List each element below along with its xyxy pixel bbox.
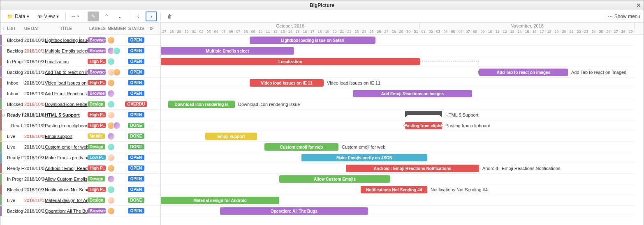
- gantt-row[interactable]: HTML 5 Support: [161, 110, 635, 120]
- status-badge[interactable]: OPEN: [128, 80, 144, 85]
- avatar[interactable]: [113, 47, 120, 55]
- status-badge[interactable]: OPEN: [128, 69, 144, 75]
- edit-button[interactable]: ✎: [88, 11, 99, 21]
- label-pill[interactable]: Mobile: [88, 133, 105, 139]
- label-pill[interactable]: High P…: [88, 187, 106, 192]
- label-pill[interactable]: Design: [88, 176, 105, 181]
- label-pill[interactable]: Browser: [88, 208, 106, 214]
- table-row[interactable]: Blocked2018/10/31Notifications Not Sendi…: [0, 184, 160, 195]
- cell-title[interactable]: Lightbox loading issue: [45, 38, 88, 43]
- show-menu-button[interactable]: ⋯ Show menu: [608, 14, 640, 19]
- cell-title[interactable]: Custom emoji for web: [45, 145, 88, 149]
- avatar[interactable]: [107, 207, 115, 215]
- avatar[interactable]: [107, 197, 115, 204]
- gantt-bar[interactable]: Add Tab to react on images: [479, 69, 568, 76]
- gantt-row[interactable]: Custom emoji for webCustom emoji for web: [161, 142, 635, 152]
- status-badge[interactable]: OVERDU: [125, 101, 148, 107]
- gantt-bar[interactable]: Material design for Android: [161, 197, 279, 204]
- gantt-bar[interactable]: Android : Emoji Reactions Notifications: [346, 165, 479, 172]
- cell-title[interactable]: Operation: All The Bug: [45, 209, 88, 214]
- gantt-row[interactable]: Localization: [161, 56, 635, 67]
- avatar[interactable]: [107, 37, 115, 44]
- table-row[interactable]: Backlog2018/10/12Multiple Emojis selectB…: [0, 46, 160, 56]
- cell-title[interactable]: Make Emojis pretty on: [45, 155, 88, 160]
- label-pill[interactable]: Browser: [88, 91, 106, 96]
- cell-title[interactable]: Add Emoji Reactions o: [45, 91, 88, 96]
- cell-title[interactable]: Material design for And: [45, 198, 88, 203]
- col-list-header[interactable]: LIST: [6, 26, 24, 31]
- label-pill[interactable]: High P…: [88, 59, 106, 64]
- gantt-row[interactable]: Make Emojis pretty on JSON: [161, 152, 635, 163]
- close-icon[interactable]: ✕: [636, 2, 641, 9]
- gantt-row[interactable]: Emoji support: [161, 131, 635, 142]
- cell-title[interactable]: Allow Custom Emojis: [45, 177, 88, 181]
- table-row[interactable]: Ready F2018/11/07Android : Emoji Reactio…: [0, 163, 160, 174]
- table-row[interactable]: Ready F2018/10/31Make Emojis pretty onLo…: [0, 152, 160, 163]
- label-pill[interactable]: Design: [88, 197, 105, 203]
- gear-icon[interactable]: ⚙: [146, 26, 156, 31]
- cell-title[interactable]: Download icon renderi: [45, 102, 88, 107]
- status-badge[interactable]: OPEN: [128, 59, 144, 64]
- avatar[interactable]: [107, 133, 115, 140]
- avatar[interactable]: [107, 90, 115, 97]
- collapse-panel-icon[interactable]: ‹: [0, 26, 6, 31]
- label-pill[interactable]: High P…: [88, 123, 106, 128]
- gantt-bar[interactable]: Custom emoji for web: [264, 143, 338, 151]
- table-row[interactable]: ⊟Ready f2018/11/02HTML 5 SupportHigh P…O…: [0, 110, 160, 120]
- table-row[interactable]: Backlog2018/10/22Operation: All The BugB…: [0, 206, 160, 216]
- gantt-bar[interactable]: Add Emoji Reactions on images: [353, 90, 472, 97]
- table-row[interactable]: Inbox2018/10/11Video load issues on IEHi…: [0, 78, 160, 88]
- avatar[interactable]: [107, 101, 115, 108]
- gantt-row[interactable]: Download icon rendering isDownload icon …: [161, 99, 635, 110]
- status-badge[interactable]: DONE: [128, 144, 145, 149]
- gantt-bar[interactable]: Operation: All The Bugs: [220, 207, 368, 215]
- table-row[interactable]: Blocked2018/10/25Lightbox loading issueB…: [0, 35, 160, 46]
- label-pill[interactable]: High P…: [88, 80, 106, 85]
- avatar[interactable]: [113, 69, 120, 76]
- gantt-bar[interactable]: Video load issues on IE 11: [250, 79, 324, 87]
- gantt-row[interactable]: Material design for Android: [161, 195, 635, 206]
- table-row[interactable]: Inbox2018/11/07Add Emoji Reactions oBrow…: [0, 88, 160, 99]
- cell-title[interactable]: Add Tab to react on im: [45, 70, 88, 75]
- avatar[interactable]: [107, 175, 115, 183]
- table-row[interactable]: Blocked2018/10/04Download icon renderiDe…: [0, 99, 160, 110]
- gantt-bar[interactable]: Multiple Emojis select: [161, 47, 294, 55]
- table-row[interactable]: Read2018/11/02Pasting from clipboardHigh…: [0, 120, 160, 131]
- gantt-bar[interactable]: Emoji support: [205, 133, 257, 140]
- gantt-row[interactable]: Allow Custom Emojis: [161, 174, 635, 184]
- expand-down-button[interactable]: ⌄: [114, 11, 125, 21]
- status-badge[interactable]: OPEN: [128, 48, 144, 53]
- data-menu-button[interactable]: 📁 Data ▾: [4, 11, 32, 21]
- avatar[interactable]: [107, 186, 115, 193]
- label-pill[interactable]: Design: [88, 101, 105, 107]
- gantt-row[interactable]: Operation: All The Bugs: [161, 206, 635, 216]
- milestone-bar[interactable]: [405, 111, 442, 115]
- label-pill[interactable]: Browser: [88, 48, 106, 53]
- gantt-bar[interactable]: Download icon rendering is: [168, 101, 235, 108]
- gantt-row[interactable]: Pasting from clipboPasting from clipboar…: [161, 120, 635, 131]
- gantt-row[interactable]: Video load issues on IE 11Video load iss…: [161, 78, 635, 88]
- avatar[interactable]: [113, 122, 120, 129]
- gantt-bar[interactable]: Pasting from clipbo: [405, 122, 442, 129]
- delete-button[interactable]: 🗑: [164, 11, 176, 21]
- gantt-chart[interactable]: October, 2018November, 2018 272829300102…: [161, 23, 644, 225]
- label-pill[interactable]: Browser: [88, 37, 106, 43]
- avatar[interactable]: [107, 111, 115, 119]
- table-row[interactable]: Live2018/10/08Emoji supportMobileDONE⋯: [0, 131, 160, 142]
- collapse-up-button[interactable]: ⌃: [101, 11, 112, 21]
- bar-handle-right[interactable]: [440, 124, 443, 127]
- status-badge[interactable]: OPEN: [128, 165, 144, 171]
- fit-width-button[interactable]: ↔▾: [69, 11, 81, 21]
- label-pill[interactable]: Design: [88, 144, 105, 149]
- cell-title[interactable]: Multiple Emojis select: [45, 48, 88, 53]
- table-row[interactable]: In Progr2018/10/31LocalizationHigh P…OPE…: [0, 56, 160, 67]
- cell-title[interactable]: Video load issues on IE: [45, 80, 88, 85]
- table-row[interactable]: Live2018/10/12Material design for AndDes…: [0, 195, 160, 206]
- prev-button[interactable]: ‹: [132, 11, 144, 21]
- row-more-icon[interactable]: ⋯: [146, 123, 156, 128]
- gantt-row[interactable]: Android : Emoji Reactions NotificationsA…: [161, 163, 635, 174]
- status-badge[interactable]: OPEN: [128, 37, 144, 43]
- status-badge[interactable]: OPEN: [128, 91, 144, 96]
- gantt-bar[interactable]: Localization: [161, 58, 420, 65]
- cell-title[interactable]: HTML 5 Support: [45, 112, 88, 117]
